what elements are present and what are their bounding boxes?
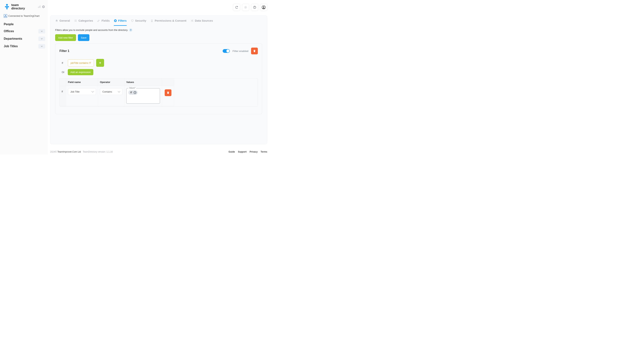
svg-point-19 [254,8,255,8]
cell-operator: Contains [98,86,124,106]
footer-link-terms[interactable]: Terms [261,150,267,153]
tab-permissions[interactable]: Permissions & Consent [150,19,186,26]
chevron-down-icon[interactable] [39,36,45,41]
svg-point-27 [74,21,75,22]
nav-offices[interactable]: Offices [4,28,45,35]
expression-chip[interactable]: jobTitle contains IT [68,60,94,66]
edit-icon [97,19,100,22]
nav-departments-label: Departments [4,37,22,40]
nav-offices-label: Offices [4,30,14,33]
logo-row: team directory [4,4,45,10]
svg-point-25 [74,20,75,20]
trash-icon [167,91,170,94]
theme-button[interactable] [242,4,249,11]
nav-people[interactable]: People [4,21,45,28]
footer-year: 2024© [50,150,57,153]
svg-point-26 [74,20,75,21]
footer-links: Guide Support Privacy Terms [229,150,267,153]
filters-actions: Add new filter Save [50,32,267,44]
chevron-down-icon[interactable] [39,29,45,34]
stats-icon[interactable] [38,5,41,8]
nav-people-label: People [4,22,14,26]
row-keyword: If [60,86,66,106]
chevron-down-icon[interactable] [39,44,45,48]
nav-departments[interactable]: Departments [4,35,45,42]
top-actions [233,4,267,11]
main-panel: General Categories Fields Filters Securi… [50,16,267,144]
refresh-icon [235,6,238,9]
filter-card: Filter 1 Filter enabled If jobTitle cont… [55,44,262,114]
if-keyword: If [62,62,66,64]
footer: 2024© TeamImprover.Com Ltd TeamDirectory… [50,150,267,153]
help-badge-icon[interactable]: ? [129,28,132,32]
values-label: Values* [128,87,136,89]
settings-tabs: General Categories Fields Filters Securi… [50,16,267,26]
svg-line-15 [246,8,247,8]
user-avatar-icon [262,5,266,10]
account-button[interactable] [260,4,267,11]
filter-header-controls: Filter enabled [223,48,258,54]
tab-filters[interactable]: Filters [114,19,127,26]
expression-or-row: Or Add an expression [60,68,258,76]
operator-select[interactable]: Contains [100,88,122,95]
table-corner [60,78,66,86]
footer-link-privacy[interactable]: Privacy [250,150,258,153]
filter-icon [114,19,117,22]
svg-rect-4 [39,6,40,8]
values-input[interactable]: Values* IT [126,88,160,104]
cell-actions [162,86,174,106]
nav-jobtitles[interactable]: Job Titles [4,42,45,50]
svg-line-14 [245,6,245,7]
shield-icon [131,19,134,22]
close-icon [134,92,136,94]
sidebar: team directory Connected to TeamOrgChart… [0,0,48,155]
footer-link-guide[interactable]: Guide [229,150,235,153]
tab-general[interactable]: General [55,19,70,26]
th-values: Values [124,78,162,86]
delete-filter-button[interactable] [251,48,258,54]
tab-security-label: Security [135,19,146,22]
th-field: Field name [66,78,98,86]
tab-fields-label: Fields [102,19,110,22]
refresh-button[interactable] [233,4,240,11]
footer-link-support[interactable]: Support [238,150,247,153]
tab-categories[interactable]: Categories [74,19,93,26]
connected-text: Connected to TeamOrgChart [8,14,40,17]
add-filter-button[interactable]: Add new filter [55,34,76,41]
cell-field: Job Title [66,86,98,106]
add-expression-button[interactable]: Add an expression [68,69,93,75]
expression-table: Field name Operator Values If Job Title … [60,78,258,106]
filter-enabled-label: Filter enabled [232,50,248,52]
svg-rect-8 [6,16,7,17]
delete-row-button[interactable] [165,89,172,96]
tab-filters-label: Filters [118,19,127,22]
svg-point-9 [245,7,246,8]
remove-tag-button[interactable] [134,91,137,94]
list-icon [74,19,77,22]
connected-badge[interactable]: Connected to TeamOrgChart [4,14,45,18]
tab-datasources[interactable]: Data Sources [191,19,213,26]
brand-text: team directory [11,4,25,10]
save-button[interactable]: Save [78,34,90,41]
tab-fields[interactable]: Fields [97,19,110,26]
tab-security[interactable]: Security [131,19,146,26]
or-keyword: Or [62,71,66,74]
brand-text-line1: team [11,4,25,7]
value-tag-text: IT [130,91,132,94]
home-icon [55,19,58,22]
help-button[interactable] [251,4,258,11]
trash-icon [253,50,256,52]
brand-logo[interactable]: team directory [4,4,25,10]
footer-company: TeamImprover.Com Ltd [58,150,81,153]
badge-icon [150,19,153,22]
settings-gear-icon[interactable] [42,5,45,8]
svg-rect-5 [40,6,41,8]
add-condition-button[interactable] [96,59,104,67]
tab-permissions-label: Permissions & Consent [155,19,186,22]
shuffle-icon [191,19,194,22]
svg-point-0 [6,4,8,6]
field-name-select[interactable]: Job Title [68,88,96,95]
value-tag: IT [128,90,138,95]
filter-enabled-toggle[interactable] [223,49,230,53]
svg-rect-7 [5,16,5,17]
